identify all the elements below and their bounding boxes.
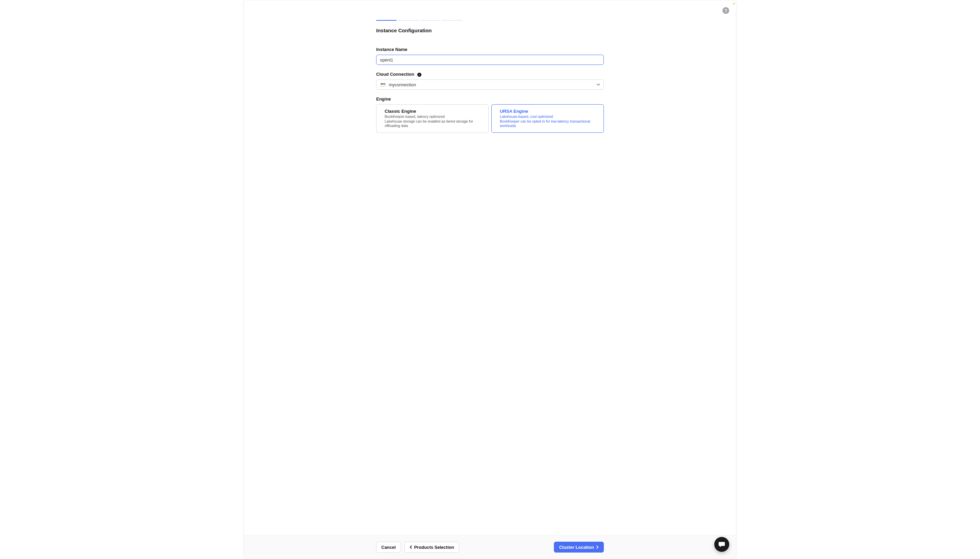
cloud-connection-label: Cloud Connection i <box>376 72 604 77</box>
chevron-right-icon <box>596 546 599 549</box>
engine-option-classic[interactable]: Classic Engine BookKeeper-based, latency… <box>376 104 489 133</box>
engine-ursa-desc: Lakehouse-based, cost optimized BookKeep… <box>500 114 595 128</box>
next-button[interactable]: Cluster Location <box>554 542 604 552</box>
chat-widget-button[interactable] <box>714 537 729 552</box>
aws-icon: aws <box>380 83 386 87</box>
wizard-step-4 <box>441 20 462 21</box>
wizard-progress <box>376 20 604 21</box>
chat-icon <box>718 541 725 548</box>
wizard-step-1 <box>376 20 396 21</box>
engine-classic-desc: BookKeeper-based, latency optimized Lake… <box>385 114 480 128</box>
cloud-connection-select[interactable]: aws myconnection <box>376 79 604 90</box>
cancel-button[interactable]: Cancel <box>376 542 401 552</box>
wizard-step-2 <box>398 20 418 21</box>
notification-dot <box>733 3 735 4</box>
footer-bar: Cancel Products Selection Cluster Locati… <box>244 535 736 559</box>
engine-label: Engine <box>376 96 604 101</box>
instance-name-label: Instance Name <box>376 47 604 52</box>
instance-name-input[interactable] <box>376 55 604 65</box>
wizard-step-3 <box>420 20 440 21</box>
engine-option-ursa[interactable]: URSA Engine Lakehouse-based, cost optimi… <box>491 104 604 133</box>
cloud-connection-value: myconnection <box>389 82 416 87</box>
engine-classic-title: Classic Engine <box>385 109 480 114</box>
help-icon[interactable]: ? <box>723 7 729 14</box>
aws-smile-icon <box>380 85 386 87</box>
engine-ursa-title: URSA Engine <box>500 109 595 114</box>
back-button[interactable]: Products Selection <box>405 542 459 552</box>
page-title: Instance Configuration <box>376 28 604 33</box>
info-icon[interactable]: i <box>417 73 421 77</box>
chevron-left-icon <box>410 546 412 549</box>
